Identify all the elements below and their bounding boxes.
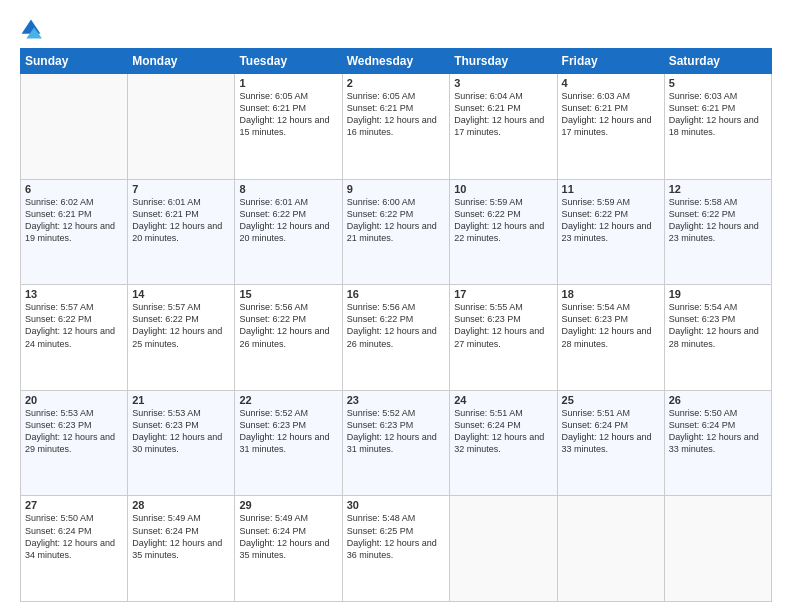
calendar-cell xyxy=(128,74,235,180)
day-info: Sunrise: 5:53 AMSunset: 6:23 PMDaylight:… xyxy=(132,407,230,456)
day-number: 12 xyxy=(669,183,767,195)
day-info: Sunrise: 6:02 AMSunset: 6:21 PMDaylight:… xyxy=(25,196,123,245)
day-info: Sunrise: 5:57 AMSunset: 6:22 PMDaylight:… xyxy=(25,301,123,350)
day-info: Sunrise: 5:49 AMSunset: 6:24 PMDaylight:… xyxy=(132,512,230,561)
weekday-header-tuesday: Tuesday xyxy=(235,49,342,74)
day-info: Sunrise: 6:01 AMSunset: 6:22 PMDaylight:… xyxy=(239,196,337,245)
page: SundayMondayTuesdayWednesdayThursdayFrid… xyxy=(0,0,792,612)
calendar-cell xyxy=(557,496,664,602)
day-info: Sunrise: 6:03 AMSunset: 6:21 PMDaylight:… xyxy=(562,90,660,139)
calendar-cell: 30Sunrise: 5:48 AMSunset: 6:25 PMDayligh… xyxy=(342,496,450,602)
calendar-cell: 15Sunrise: 5:56 AMSunset: 6:22 PMDayligh… xyxy=(235,285,342,391)
day-info: Sunrise: 5:56 AMSunset: 6:22 PMDaylight:… xyxy=(347,301,446,350)
day-number: 8 xyxy=(239,183,337,195)
day-info: Sunrise: 5:55 AMSunset: 6:23 PMDaylight:… xyxy=(454,301,552,350)
header xyxy=(20,18,772,40)
calendar-cell: 1Sunrise: 6:05 AMSunset: 6:21 PMDaylight… xyxy=(235,74,342,180)
calendar-cell xyxy=(664,496,771,602)
calendar-cell: 28Sunrise: 5:49 AMSunset: 6:24 PMDayligh… xyxy=(128,496,235,602)
day-info: Sunrise: 5:51 AMSunset: 6:24 PMDaylight:… xyxy=(562,407,660,456)
day-number: 26 xyxy=(669,394,767,406)
calendar-cell: 22Sunrise: 5:52 AMSunset: 6:23 PMDayligh… xyxy=(235,390,342,496)
calendar-cell: 18Sunrise: 5:54 AMSunset: 6:23 PMDayligh… xyxy=(557,285,664,391)
logo-icon xyxy=(20,18,42,40)
day-info: Sunrise: 5:54 AMSunset: 6:23 PMDaylight:… xyxy=(562,301,660,350)
day-info: Sunrise: 6:01 AMSunset: 6:21 PMDaylight:… xyxy=(132,196,230,245)
day-info: Sunrise: 5:59 AMSunset: 6:22 PMDaylight:… xyxy=(562,196,660,245)
calendar-cell: 9Sunrise: 6:00 AMSunset: 6:22 PMDaylight… xyxy=(342,179,450,285)
calendar-table: SundayMondayTuesdayWednesdayThursdayFrid… xyxy=(20,48,772,602)
day-info: Sunrise: 5:52 AMSunset: 6:23 PMDaylight:… xyxy=(347,407,446,456)
day-number: 20 xyxy=(25,394,123,406)
day-number: 24 xyxy=(454,394,552,406)
day-number: 18 xyxy=(562,288,660,300)
day-info: Sunrise: 5:50 AMSunset: 6:24 PMDaylight:… xyxy=(669,407,767,456)
day-number: 19 xyxy=(669,288,767,300)
calendar-cell: 23Sunrise: 5:52 AMSunset: 6:23 PMDayligh… xyxy=(342,390,450,496)
day-info: Sunrise: 6:00 AMSunset: 6:22 PMDaylight:… xyxy=(347,196,446,245)
calendar-cell: 7Sunrise: 6:01 AMSunset: 6:21 PMDaylight… xyxy=(128,179,235,285)
day-info: Sunrise: 5:56 AMSunset: 6:22 PMDaylight:… xyxy=(239,301,337,350)
day-info: Sunrise: 5:50 AMSunset: 6:24 PMDaylight:… xyxy=(25,512,123,561)
week-row-3: 13Sunrise: 5:57 AMSunset: 6:22 PMDayligh… xyxy=(21,285,772,391)
day-number: 7 xyxy=(132,183,230,195)
calendar-cell: 6Sunrise: 6:02 AMSunset: 6:21 PMDaylight… xyxy=(21,179,128,285)
day-number: 13 xyxy=(25,288,123,300)
calendar-cell: 8Sunrise: 6:01 AMSunset: 6:22 PMDaylight… xyxy=(235,179,342,285)
calendar-cell xyxy=(21,74,128,180)
day-number: 3 xyxy=(454,77,552,89)
day-number: 15 xyxy=(239,288,337,300)
calendar-cell: 2Sunrise: 6:05 AMSunset: 6:21 PMDaylight… xyxy=(342,74,450,180)
day-number: 25 xyxy=(562,394,660,406)
day-number: 10 xyxy=(454,183,552,195)
svg-marker-0 xyxy=(22,20,41,34)
day-number: 11 xyxy=(562,183,660,195)
day-number: 17 xyxy=(454,288,552,300)
week-row-4: 20Sunrise: 5:53 AMSunset: 6:23 PMDayligh… xyxy=(21,390,772,496)
weekday-header-wednesday: Wednesday xyxy=(342,49,450,74)
day-info: Sunrise: 5:52 AMSunset: 6:23 PMDaylight:… xyxy=(239,407,337,456)
calendar-cell: 4Sunrise: 6:03 AMSunset: 6:21 PMDaylight… xyxy=(557,74,664,180)
week-row-5: 27Sunrise: 5:50 AMSunset: 6:24 PMDayligh… xyxy=(21,496,772,602)
day-info: Sunrise: 5:48 AMSunset: 6:25 PMDaylight:… xyxy=(347,512,446,561)
day-info: Sunrise: 6:03 AMSunset: 6:21 PMDaylight:… xyxy=(669,90,767,139)
day-number: 5 xyxy=(669,77,767,89)
day-number: 9 xyxy=(347,183,446,195)
calendar-cell: 24Sunrise: 5:51 AMSunset: 6:24 PMDayligh… xyxy=(450,390,557,496)
day-info: Sunrise: 5:53 AMSunset: 6:23 PMDaylight:… xyxy=(25,407,123,456)
weekday-header-saturday: Saturday xyxy=(664,49,771,74)
day-number: 30 xyxy=(347,499,446,511)
calendar-cell: 19Sunrise: 5:54 AMSunset: 6:23 PMDayligh… xyxy=(664,285,771,391)
day-info: Sunrise: 5:49 AMSunset: 6:24 PMDaylight:… xyxy=(239,512,337,561)
week-row-2: 6Sunrise: 6:02 AMSunset: 6:21 PMDaylight… xyxy=(21,179,772,285)
weekday-header-friday: Friday xyxy=(557,49,664,74)
logo xyxy=(20,18,44,40)
day-number: 1 xyxy=(239,77,337,89)
day-info: Sunrise: 6:05 AMSunset: 6:21 PMDaylight:… xyxy=(347,90,446,139)
calendar-cell: 14Sunrise: 5:57 AMSunset: 6:22 PMDayligh… xyxy=(128,285,235,391)
day-info: Sunrise: 5:57 AMSunset: 6:22 PMDaylight:… xyxy=(132,301,230,350)
weekday-header-monday: Monday xyxy=(128,49,235,74)
day-info: Sunrise: 5:59 AMSunset: 6:22 PMDaylight:… xyxy=(454,196,552,245)
weekday-header-thursday: Thursday xyxy=(450,49,557,74)
day-number: 16 xyxy=(347,288,446,300)
day-info: Sunrise: 6:05 AMSunset: 6:21 PMDaylight:… xyxy=(239,90,337,139)
day-number: 22 xyxy=(239,394,337,406)
calendar-cell xyxy=(450,496,557,602)
weekday-header-row: SundayMondayTuesdayWednesdayThursdayFrid… xyxy=(21,49,772,74)
calendar-cell: 29Sunrise: 5:49 AMSunset: 6:24 PMDayligh… xyxy=(235,496,342,602)
day-number: 2 xyxy=(347,77,446,89)
calendar-cell: 20Sunrise: 5:53 AMSunset: 6:23 PMDayligh… xyxy=(21,390,128,496)
day-number: 21 xyxy=(132,394,230,406)
day-number: 6 xyxy=(25,183,123,195)
day-info: Sunrise: 5:54 AMSunset: 6:23 PMDaylight:… xyxy=(669,301,767,350)
day-number: 14 xyxy=(132,288,230,300)
calendar-cell: 13Sunrise: 5:57 AMSunset: 6:22 PMDayligh… xyxy=(21,285,128,391)
calendar-cell: 17Sunrise: 5:55 AMSunset: 6:23 PMDayligh… xyxy=(450,285,557,391)
calendar-cell: 16Sunrise: 5:56 AMSunset: 6:22 PMDayligh… xyxy=(342,285,450,391)
day-number: 23 xyxy=(347,394,446,406)
day-number: 4 xyxy=(562,77,660,89)
day-number: 28 xyxy=(132,499,230,511)
calendar-cell: 3Sunrise: 6:04 AMSunset: 6:21 PMDaylight… xyxy=(450,74,557,180)
day-info: Sunrise: 6:04 AMSunset: 6:21 PMDaylight:… xyxy=(454,90,552,139)
